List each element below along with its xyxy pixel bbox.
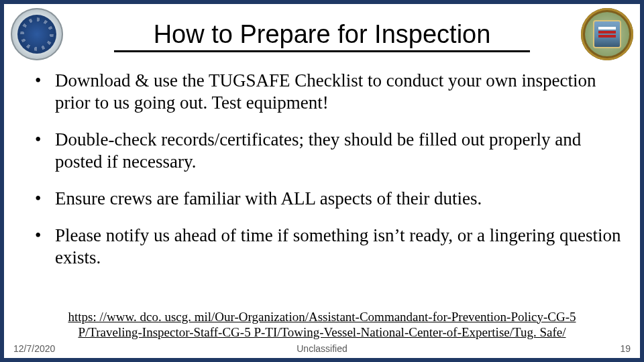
bullet-list: Download & use the TUGSAFE Checklist to …: [27, 70, 621, 269]
slide: How to Prepare for Inspection Download &…: [0, 0, 644, 362]
dhs-seal-icon: [11, 8, 63, 60]
coast-guard-seal-icon: [581, 8, 633, 60]
title-wrap: How to Prepare for Inspection: [63, 16, 581, 52]
list-item: Ensure crews are familiar with ALL aspec…: [27, 188, 621, 210]
header: How to Prepare for Inspection: [4, 4, 640, 62]
footer-classification: Unclassified: [297, 343, 347, 354]
content: Download & use the TUGSAFE Checklist to …: [4, 62, 640, 309]
slide-title: How to Prepare for Inspection: [114, 20, 530, 52]
list-item: Download & use the TUGSAFE Checklist to …: [27, 70, 621, 114]
footer-page-number: 19: [620, 343, 631, 354]
list-item: Double-check records/certificates; they …: [27, 129, 621, 173]
list-item: Please notify us ahead of time if someth…: [27, 225, 621, 269]
footer-meta: 12/7/2020 Unclassified 19: [4, 342, 640, 358]
footer-link[interactable]: https: //www. dco. uscg. mil/Our-Organiz…: [4, 309, 640, 343]
footer-date: 12/7/2020: [13, 343, 55, 354]
